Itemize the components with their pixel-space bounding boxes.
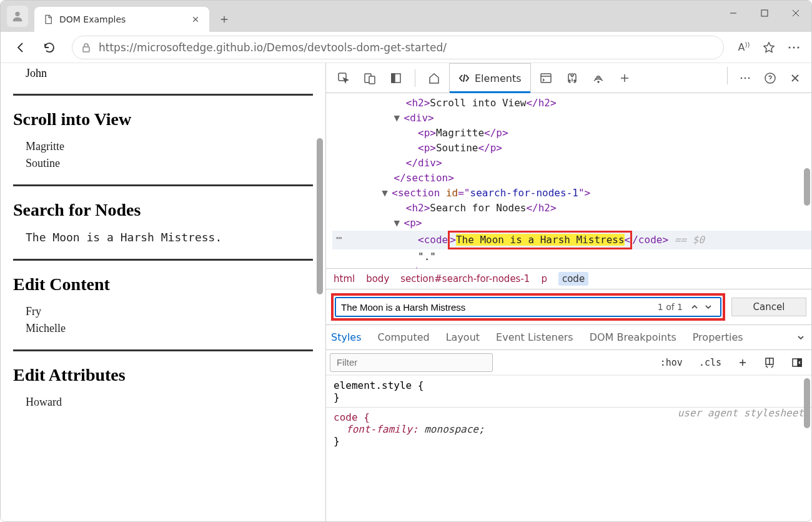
console-tab-icon[interactable] bbox=[535, 67, 557, 89]
crumb-item[interactable]: section#search-for-nodes-1 bbox=[400, 273, 530, 284]
help-button[interactable] bbox=[759, 67, 781, 89]
svg-point-17 bbox=[745, 77, 746, 79]
layout-tab[interactable]: Layout bbox=[446, 331, 480, 343]
svg-point-5 bbox=[798, 46, 800, 48]
tab-title: DOM Examples bbox=[59, 14, 184, 24]
welcome-tab[interactable] bbox=[423, 67, 445, 89]
sources-tab-icon[interactable] bbox=[561, 67, 583, 89]
search-prev-button[interactable] bbox=[688, 303, 701, 311]
svg-point-14 bbox=[574, 80, 575, 81]
svg-point-18 bbox=[748, 77, 750, 79]
svg-rect-8 bbox=[369, 76, 375, 84]
crumb-item-selected[interactable]: code bbox=[558, 272, 588, 286]
svg-point-16 bbox=[741, 77, 743, 79]
refresh-button[interactable] bbox=[38, 36, 61, 59]
styles-body[interactable]: element.style { } code { font-family: mo… bbox=[326, 375, 811, 521]
maximize-button[interactable] bbox=[749, 1, 780, 26]
read-aloud-button[interactable]: A)) bbox=[735, 39, 753, 56]
url-input[interactable]: https://microsoftedge.github.io/Demos/de… bbox=[72, 36, 724, 59]
inspect-button[interactable] bbox=[332, 67, 355, 89]
network-tab-icon[interactable] bbox=[587, 67, 610, 89]
flex-overlay-button[interactable] bbox=[759, 354, 780, 371]
devtools-toolbar: Elements bbox=[326, 63, 811, 93]
svg-point-4 bbox=[793, 46, 795, 48]
list-item: John bbox=[13, 66, 313, 81]
new-tab-button[interactable] bbox=[213, 8, 235, 31]
search-bar: 1 of 1 Cancel bbox=[326, 289, 811, 325]
device-toggle-button[interactable] bbox=[359, 67, 381, 89]
section-heading: Search for Nodes bbox=[13, 200, 313, 220]
properties-tab[interactable]: Properties bbox=[693, 331, 743, 343]
styles-scrollbar[interactable] bbox=[804, 378, 810, 428]
svg-point-13 bbox=[569, 80, 570, 81]
list-item: Soutine bbox=[26, 155, 313, 172]
user-agent-label: user agent stylesheet bbox=[678, 407, 804, 419]
styles-filter-input[interactable] bbox=[330, 353, 493, 372]
more-styles-tabs-button[interactable] bbox=[796, 333, 805, 342]
browser-tab[interactable]: DOM Examples bbox=[34, 7, 209, 32]
styles-tab[interactable]: Styles bbox=[331, 331, 362, 343]
devtools-panel: Elements <h2>Scroll into View</h2> ▼<div… bbox=[325, 63, 811, 521]
svg-point-12 bbox=[571, 74, 573, 76]
computed-toggle-button[interactable] bbox=[786, 354, 808, 371]
section-heading: Edit Attributes bbox=[13, 365, 313, 385]
svg-point-3 bbox=[789, 46, 791, 48]
close-window-button[interactable] bbox=[780, 1, 811, 26]
dom-scrollbar[interactable] bbox=[804, 168, 810, 206]
dom-tree[interactable]: <h2>Scroll into View</h2> ▼<div> <p>Magr… bbox=[326, 93, 811, 268]
list-item: Michelle bbox=[26, 320, 313, 337]
list-item: Howard bbox=[26, 394, 313, 411]
more-tabs-button[interactable] bbox=[613, 67, 636, 89]
lock-icon bbox=[81, 43, 91, 53]
address-bar: https://microsoftedge.github.io/Demos/de… bbox=[1, 32, 811, 63]
svg-rect-10 bbox=[392, 74, 395, 83]
styles-tabs: Styles Computed Layout Event Listeners D… bbox=[326, 325, 811, 350]
list-item: Fry bbox=[26, 303, 313, 320]
tab-close-button[interactable] bbox=[191, 14, 201, 24]
more-button[interactable] bbox=[785, 39, 803, 56]
elements-tab[interactable]: Elements bbox=[449, 63, 531, 93]
crumb-item[interactable]: body bbox=[366, 273, 389, 284]
favorite-button[interactable] bbox=[760, 39, 778, 56]
dom-breakpoints-tab[interactable]: DOM Breakpoints bbox=[590, 331, 676, 343]
search-code-text: The Moon is a Harsh Mistress. bbox=[26, 231, 222, 244]
cls-button[interactable]: .cls bbox=[694, 354, 726, 371]
back-button[interactable] bbox=[9, 36, 32, 59]
list-item: Magritte bbox=[26, 138, 313, 155]
page-icon bbox=[43, 14, 53, 24]
svg-rect-1 bbox=[761, 10, 768, 16]
crumb-item[interactable]: html bbox=[334, 273, 355, 284]
css-rule: element.style { bbox=[334, 379, 804, 391]
devtools-more-button[interactable] bbox=[734, 67, 756, 89]
search-input[interactable] bbox=[341, 302, 653, 313]
computed-tab[interactable]: Computed bbox=[378, 331, 430, 343]
search-count: 1 of 1 bbox=[658, 302, 683, 312]
page-content: John Scroll into View Magritte Soutine S… bbox=[1, 63, 325, 521]
page-scrollbar[interactable] bbox=[315, 63, 324, 521]
svg-point-0 bbox=[15, 12, 19, 16]
profile-button[interactable] bbox=[7, 6, 28, 27]
event-listeners-tab[interactable]: Event Listeners bbox=[496, 331, 573, 343]
dom-breadcrumb[interactable]: html body section#search-for-nodes-1 p c… bbox=[326, 268, 811, 289]
search-next-button[interactable] bbox=[701, 303, 715, 311]
section-heading: Scroll into View bbox=[13, 109, 313, 129]
new-style-rule-button[interactable] bbox=[733, 355, 753, 370]
section-heading: Edit Content bbox=[13, 274, 313, 294]
styles-toolbar: :hov .cls bbox=[326, 350, 811, 375]
search-cancel-button[interactable]: Cancel bbox=[731, 298, 806, 316]
selected-dom-node[interactable]: <code>The Moon is a Harsh Mistress</code… bbox=[332, 231, 811, 249]
svg-point-15 bbox=[598, 81, 599, 83]
hov-button[interactable]: :hov bbox=[655, 354, 688, 371]
url-text: https://microsoftedge.github.io/Demos/de… bbox=[99, 41, 447, 54]
crumb-item[interactable]: p bbox=[541, 273, 547, 284]
svg-rect-11 bbox=[541, 74, 551, 83]
devtools-close-button[interactable] bbox=[784, 67, 806, 89]
window-controls bbox=[718, 1, 811, 26]
svg-rect-2 bbox=[83, 47, 89, 52]
minimize-button[interactable] bbox=[718, 1, 749, 26]
titlebar: DOM Examples bbox=[1, 1, 811, 32]
dock-button[interactable] bbox=[385, 67, 407, 89]
